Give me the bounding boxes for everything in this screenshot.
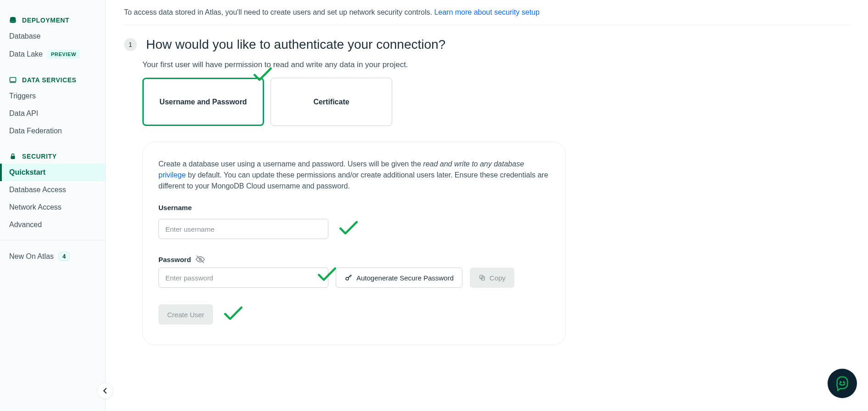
- section-label: DEPLOYMENT: [22, 17, 69, 24]
- sidebar-item-triggers[interactable]: Triggers: [0, 87, 105, 105]
- sidebar: DEPLOYMENT Database Data Lake PREVIEW DA…: [0, 0, 106, 411]
- form-intro: Create a database user using a username …: [158, 159, 550, 192]
- copy-button[interactable]: Copy: [470, 268, 514, 288]
- sidebar-item-data-api[interactable]: Data API: [0, 105, 105, 122]
- nav-label: Data API: [9, 109, 38, 118]
- chat-button[interactable]: [828, 369, 857, 398]
- sidebar-item-new-on-atlas[interactable]: New On Atlas 4: [0, 247, 105, 266]
- svg-line-8: [351, 275, 352, 276]
- form-intro-part2: by default. You can update these permiss…: [158, 171, 548, 190]
- password-label: Password: [158, 256, 191, 263]
- step-subtitle: Your first user will have permission to …: [142, 60, 850, 69]
- intro-body: To access data stored in Atlas, you'll n…: [124, 8, 434, 16]
- sidebar-item-quickstart[interactable]: Quickstart: [0, 164, 105, 181]
- step-number: 1: [124, 38, 137, 51]
- nav-label: New On Atlas: [9, 252, 54, 261]
- svg-point-12: [840, 381, 842, 383]
- privilege-link[interactable]: privilege: [158, 171, 186, 179]
- eye-off-icon[interactable]: [196, 255, 205, 264]
- auth-options: Username and Password Certificate: [142, 78, 850, 126]
- nav-label: Advanced: [9, 221, 42, 229]
- form-intro-italic: read and write to any database: [423, 160, 524, 168]
- svg-rect-1: [10, 78, 16, 82]
- svg-rect-3: [11, 156, 15, 159]
- svg-point-13: [843, 381, 845, 383]
- svg-line-9: [349, 276, 350, 277]
- nav-label: Quickstart: [9, 168, 45, 177]
- sidebar-item-database-access[interactable]: Database Access: [0, 181, 105, 199]
- create-user-label: Create User: [167, 311, 204, 319]
- sidebar-item-database[interactable]: Database: [0, 28, 105, 45]
- form-intro-part1: Create a database user using a username …: [158, 160, 423, 168]
- screen-icon: [9, 76, 17, 84]
- database-icon: [9, 17, 17, 24]
- step-title: How would you like to authenticate your …: [146, 37, 445, 52]
- nav-label: Data Lake: [9, 50, 43, 58]
- collapse-sidebar-button[interactable]: [97, 382, 113, 399]
- section-label: DATA SERVICES: [22, 76, 77, 84]
- nav-label: Network Access: [9, 203, 62, 211]
- auth-option-label: Username and Password: [159, 98, 247, 106]
- auth-option-username-password[interactable]: Username and Password: [142, 78, 264, 126]
- nav-label: Database: [9, 32, 41, 40]
- sidebar-item-network-access[interactable]: Network Access: [0, 199, 105, 216]
- intro-text: To access data stored in Atlas, you'll n…: [124, 0, 850, 25]
- username-input[interactable]: [158, 219, 328, 239]
- chat-icon: [834, 376, 850, 391]
- auth-option-label: Certificate: [313, 98, 349, 106]
- count-badge: 4: [58, 251, 70, 261]
- password-label-row: Password: [158, 255, 550, 264]
- key-icon: [344, 274, 353, 282]
- nav-label: Data Federation: [9, 127, 62, 135]
- learn-more-link[interactable]: Learn more about security setup: [434, 8, 539, 16]
- sidebar-item-data-lake[interactable]: Data Lake PREVIEW: [0, 45, 105, 63]
- auth-option-certificate[interactable]: Certificate: [271, 78, 392, 126]
- checkmark-icon: [220, 301, 246, 328]
- sidebar-item-advanced[interactable]: Advanced: [0, 216, 105, 234]
- nav-label: Triggers: [9, 92, 36, 100]
- chevron-left-icon: [101, 387, 109, 394]
- autogenerate-label: Autogenerate Secure Password: [356, 274, 454, 282]
- checkmark-icon: [336, 215, 361, 243]
- copy-label: Copy: [490, 274, 506, 282]
- create-user-button[interactable]: Create User: [158, 304, 213, 325]
- lock-icon: [9, 153, 17, 160]
- section-label: SECURITY: [22, 153, 57, 160]
- sidebar-section-deployment: DEPLOYMENT: [0, 13, 105, 28]
- sidebar-item-data-federation[interactable]: Data Federation: [0, 122, 105, 140]
- username-label: Username: [158, 204, 550, 211]
- sidebar-section-security: SECURITY: [0, 149, 105, 164]
- preview-badge: PREVIEW: [47, 50, 80, 59]
- copy-icon: [479, 274, 486, 281]
- autogenerate-password-button[interactable]: Autogenerate Secure Password: [336, 268, 462, 288]
- nav-label: Database Access: [9, 186, 66, 194]
- main-content: To access data stored in Atlas, you'll n…: [106, 0, 868, 411]
- sidebar-section-data-services: DATA SERVICES: [0, 73, 105, 87]
- password-input[interactable]: [158, 268, 328, 288]
- create-user-card: Create a database user using a username …: [142, 142, 566, 345]
